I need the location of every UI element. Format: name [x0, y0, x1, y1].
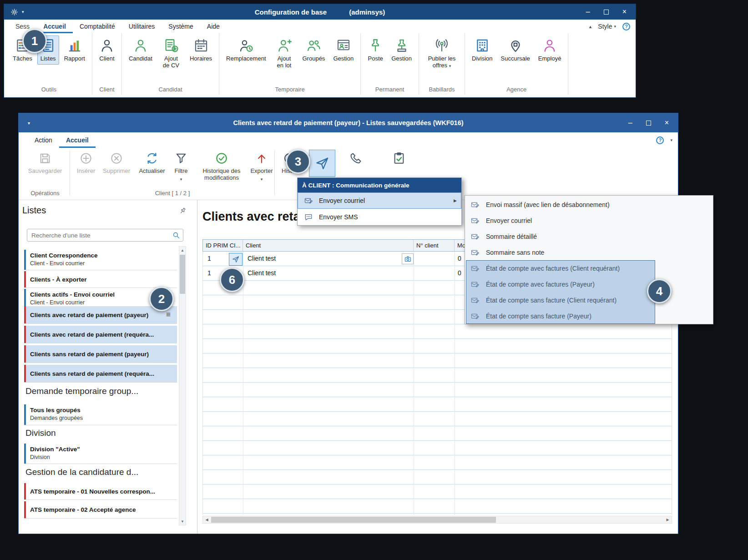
- list-item-division-active[interactable]: Division "Active" Division: [24, 444, 177, 464]
- submenu-item-etat-sans-facture-requerant[interactable]: État de compte sans facture (Client requ…: [465, 292, 713, 308]
- button-label: Gestion: [333, 55, 354, 62]
- horizontal-scrollbar[interactable]: ◀ ▶: [202, 516, 672, 524]
- window-menu-chevron-icon[interactable]: ▾: [19, 121, 30, 126]
- submenu-item-envoyer-courriel[interactable]: Envoyer courriel: [465, 212, 713, 228]
- panel-splitter[interactable]: [197, 200, 197, 534]
- submenu-item-etat-avec-factures-payeur[interactable]: État de compte avec factures (Payeur): [465, 276, 713, 292]
- employe-button[interactable]: Employé: [535, 35, 565, 65]
- gestion-temporaire-button[interactable]: Gestion: [330, 35, 357, 65]
- menu-item-envoyer-courriel[interactable]: Envoyer courriel ▶: [298, 192, 461, 209]
- candidat-button[interactable]: Candidat: [126, 35, 156, 65]
- scroll-left-icon[interactable]: ◀: [203, 516, 211, 523]
- column-header-n-client[interactable]: N° client: [414, 240, 455, 251]
- tab-aide[interactable]: Aide: [200, 20, 227, 33]
- search-icon[interactable]: [172, 231, 180, 239]
- button-label: Historique des modifications: [195, 168, 248, 182]
- maximize-button[interactable]: [604, 10, 609, 15]
- tab-comptabilite[interactable]: Comptabilité: [73, 20, 122, 33]
- ajout-de-cv-button[interactable]: Ajout de CV: [157, 35, 185, 71]
- gear-icon[interactable]: [10, 8, 18, 16]
- group-label-temporaire: Temporaire: [223, 84, 357, 94]
- menu-item-envoyer-sms[interactable]: Envoyer SMS: [298, 209, 461, 225]
- quick-access-chevron-icon[interactable]: ▾: [22, 10, 24, 14]
- scroll-down-icon[interactable]: ▼: [179, 518, 186, 525]
- row2-montant: 0: [458, 269, 461, 277]
- list-item-sans-retard-requerant[interactable]: Clients sans retard de paiement (requéra…: [24, 365, 177, 383]
- telephone-button[interactable]: [343, 151, 369, 165]
- remplacement-button[interactable]: Remplacement: [223, 35, 269, 65]
- callout-2: 2: [149, 287, 174, 311]
- rapport-button[interactable]: Rapport: [61, 35, 88, 65]
- horaires-button[interactable]: Horaires: [187, 35, 215, 65]
- client-button[interactable]: Client: [96, 35, 118, 65]
- succursale-button[interactable]: Succursale: [498, 35, 533, 65]
- drag-handle-icon[interactable]: ≡: [166, 310, 171, 319]
- submenu-item-envoi-massif[interactable]: Envoi massif (avec lien de désabonnement…: [465, 197, 713, 212]
- style-menu[interactable]: Style▾: [598, 23, 616, 30]
- pin-icon[interactable]: [177, 206, 188, 217]
- division-button[interactable]: Division: [469, 35, 496, 65]
- submenu-item-sommaire-sans-note[interactable]: Sommaire sans note: [465, 244, 713, 260]
- historique-modifications-button[interactable]: Historique des modifications: [195, 151, 248, 182]
- row2-client[interactable]: Client test: [248, 269, 276, 277]
- minimize-button[interactable]: –: [628, 119, 632, 126]
- actualiser-button[interactable]: Actualiser: [136, 151, 168, 175]
- row1-preview-button[interactable]: [402, 253, 414, 264]
- gestion-permanent-button[interactable]: Gestion: [388, 35, 415, 65]
- sauvegarder-button[interactable]: Sauvegarder: [23, 151, 67, 175]
- supprimer-button[interactable]: Supprimer: [101, 151, 132, 175]
- list-item-retard-requerant[interactable]: Clients avec retard de paiement (requéra…: [24, 326, 177, 343]
- chevron-down-icon[interactable]: ▾: [670, 138, 672, 142]
- row1-send-cell[interactable]: [229, 253, 243, 266]
- envoyer-communication-button[interactable]: [309, 150, 335, 177]
- list-item-client-correspondence[interactable]: Client Correspondence Client - Envoi cou…: [24, 250, 177, 270]
- list-item-subtitle: Demandes groupées: [30, 415, 173, 421]
- scrollbar-thumb[interactable]: [180, 255, 185, 294]
- list-item-ats-02[interactable]: ATS temporaire - 02 Accep­té agence: [24, 501, 177, 519]
- button-label: Filtre: [175, 168, 188, 175]
- scrollbar-thumb[interactable]: [211, 517, 496, 523]
- filtre-button[interactable]: Filtre ▾: [170, 151, 192, 182]
- button-label: Sauvegarder: [28, 168, 62, 175]
- collapse-ribbon-icon[interactable]: ▴: [589, 24, 592, 30]
- tab-utilitaires[interactable]: Utilitaires: [122, 20, 162, 33]
- publier-les-offres-button[interactable]: Publier les offres ▾: [423, 35, 461, 71]
- list-item-tous-les-groupes[interactable]: Tous les groupés Demandes groupées: [24, 404, 177, 425]
- column-header-id[interactable]: ID PRIM CI...: [203, 240, 243, 251]
- minimize-button[interactable]: –: [586, 8, 590, 15]
- tab-systeme[interactable]: Système: [162, 20, 200, 33]
- email-icon: [470, 264, 480, 273]
- button-label: Actualiser: [139, 168, 165, 175]
- help-icon[interactable]: ?: [656, 136, 664, 144]
- column-header-client[interactable]: Client: [243, 240, 414, 251]
- scroll-up-icon[interactable]: ▲: [179, 247, 186, 254]
- tab-action[interactable]: Action: [28, 132, 59, 148]
- list-item-ats-01[interactable]: ATS temporaire - 01 Nouvelles correspon.…: [24, 483, 177, 500]
- submenu-item-etat-avec-factures-requerant[interactable]: État de compte avec factures (Client req…: [465, 260, 713, 276]
- submenu-item-sommaire-detaille[interactable]: Sommaire détaillé: [465, 228, 713, 244]
- list-scrollbar[interactable]: ▲ ▼: [179, 246, 186, 525]
- exporter-button[interactable]: Exporter ▾: [249, 151, 274, 182]
- chevron-down-icon: ▾: [449, 64, 451, 68]
- color-bar: [24, 444, 26, 464]
- inserer-button[interactable]: Insérer: [72, 151, 100, 175]
- poste-button[interactable]: Poste: [364, 35, 386, 65]
- list-item-sans-retard-payeur[interactable]: Clients sans retard de paiement (payeur): [24, 345, 177, 363]
- help-icon[interactable]: ?: [622, 23, 630, 30]
- maximize-button[interactable]: [646, 121, 651, 126]
- groupes-button[interactable]: Groupés: [299, 35, 329, 65]
- ajout-en-lot-button[interactable]: Ajout en lot: [271, 35, 298, 71]
- evenement-button[interactable]: [385, 151, 413, 165]
- close-button[interactable]: ×: [665, 119, 669, 126]
- list-item-clients-a-exporter[interactable]: Clients - À exporter: [24, 271, 177, 288]
- button-label: Division: [472, 55, 493, 62]
- submenu-item-etat-sans-facture-payeur[interactable]: État de compte sans facture (Payeur): [465, 308, 713, 324]
- menu-item-label: Envoyer SMS: [319, 213, 358, 221]
- tab-accueil-listes[interactable]: Accueil: [59, 132, 96, 148]
- button-label: Rapport: [64, 55, 85, 62]
- search-input[interactable]: [27, 229, 183, 242]
- list-item-title: Division "Active": [30, 446, 173, 453]
- scroll-right-icon[interactable]: ▶: [664, 516, 672, 523]
- close-button[interactable]: ×: [622, 8, 627, 15]
- row1-client[interactable]: Client test: [248, 255, 276, 262]
